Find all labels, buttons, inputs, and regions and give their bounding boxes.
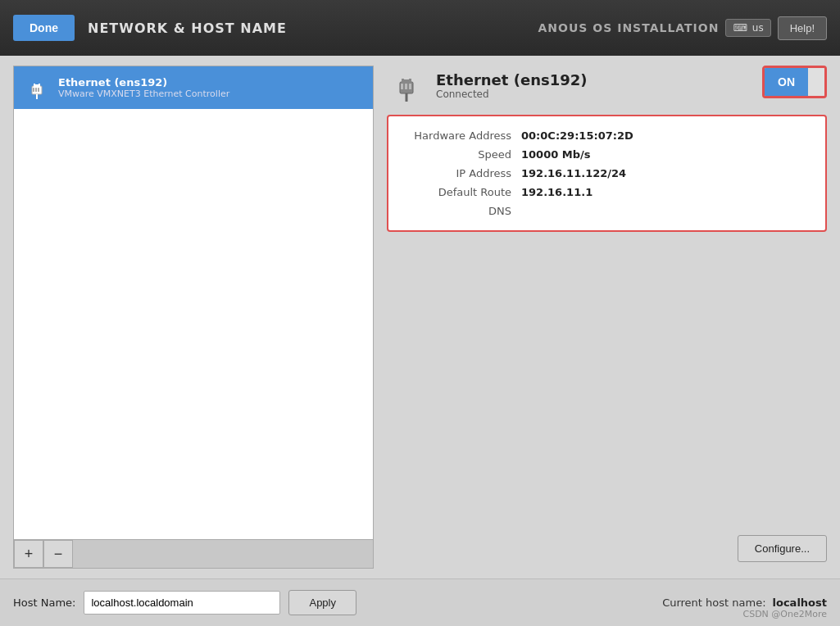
svg-rect-6	[35, 88, 37, 92]
dns-row: DNS	[405, 205, 809, 217]
adapter-name: Ethernet (ens192)	[58, 76, 229, 88]
remove-adapter-button[interactable]: −	[43, 540, 73, 568]
done-button[interactable]: Done	[13, 15, 75, 41]
svg-rect-3	[35, 84, 39, 87]
host-name-right: Current host name: localhost	[662, 597, 827, 609]
host-name-label: Host Name:	[13, 597, 75, 609]
default-route-value: 192.16.11.1	[521, 186, 593, 198]
adapter-list-panel: Ethernet (ens192) VMware VMXNET3 Etherne…	[13, 66, 374, 569]
adapter-list-controls: + −	[13, 540, 374, 569]
adapter-header-info: Ethernet (ens192) Connected	[436, 71, 587, 100]
adapter-detail-status: Connected	[436, 88, 587, 100]
page-title: NETWORK & HOST NAME	[88, 20, 287, 36]
adapter-detail-name: Ethernet (ens192)	[436, 71, 587, 88]
svg-rect-1	[34, 84, 35, 87]
hardware-address-row: Hardware Address 00:0C:29:15:07:2D	[405, 129, 809, 142]
svg-rect-5	[33, 88, 34, 92]
speed-value: 10000 Mb/s	[521, 148, 590, 161]
configure-area: Configure...	[387, 535, 827, 569]
speed-row: Speed 10000 Mb/s	[405, 148, 809, 161]
configure-button[interactable]: Configure...	[738, 535, 827, 562]
ip-address-value: 192.16.11.122/24	[521, 167, 626, 179]
keyboard-lang: us	[752, 22, 764, 34]
adapter-header: Ethernet (ens192) Connected ON	[387, 66, 827, 105]
hardware-address-value: 00:0C:29:15:07:2D	[521, 129, 633, 142]
host-name-left: Host Name: Apply	[13, 590, 356, 615]
toggle-off-button[interactable]	[808, 68, 824, 96]
help-button[interactable]: Help!	[778, 16, 827, 40]
dns-label: DNS	[405, 205, 511, 217]
host-name-input[interactable]	[84, 591, 280, 615]
adapter-item-ens192[interactable]: Ethernet (ens192) VMware VMXNET3 Etherne…	[14, 66, 373, 109]
top-bar-right: ANOUS OS INSTALLATION ⌨ us Help!	[538, 16, 827, 40]
adapter-header-icon	[387, 66, 426, 105]
svg-rect-14	[405, 84, 407, 89]
default-route-label: Default Route	[405, 186, 511, 198]
adapter-list: Ethernet (ens192) VMware VMXNET3 Etherne…	[13, 66, 374, 540]
top-bar: Done NETWORK & HOST NAME ANOUS OS INSTAL…	[0, 0, 840, 56]
adapter-desc: VMware VMXNET3 Ethernet Controller	[58, 88, 229, 99]
host-name-bar: Host Name: Apply Current host name: loca…	[0, 578, 840, 626]
main-content: Ethernet (ens192) VMware VMXNET3 Etherne…	[0, 56, 840, 626]
current-host-value: localhost	[773, 597, 827, 609]
keyboard-selector[interactable]: ⌨ us	[725, 19, 770, 37]
svg-rect-13	[401, 84, 403, 89]
adapter-header-left: Ethernet (ens192) Connected	[387, 66, 587, 105]
adapter-detail-panel: Ethernet (ens192) Connected ON Hardware …	[387, 66, 827, 569]
network-info-box: Hardware Address 00:0C:29:15:07:2D Speed…	[387, 115, 827, 232]
svg-rect-11	[403, 79, 410, 83]
toggle-on-button[interactable]: ON	[765, 68, 808, 96]
svg-rect-15	[409, 84, 411, 89]
default-route-row: Default Route 192.16.11.1	[405, 186, 809, 198]
apply-button[interactable]: Apply	[288, 590, 356, 615]
detail-spacer	[387, 242, 827, 525]
anous-title: ANOUS OS INSTALLATION	[538, 21, 720, 34]
ip-address-row: IP Address 192.16.11.122/24	[405, 167, 809, 179]
watermark: CSDN @One2More	[742, 609, 827, 619]
svg-rect-7	[38, 88, 39, 92]
top-bar-left: Done NETWORK & HOST NAME	[13, 15, 287, 41]
adapter-icon	[24, 75, 50, 101]
svg-rect-2	[39, 84, 40, 87]
on-off-toggle[interactable]: ON	[762, 66, 827, 98]
add-adapter-button[interactable]: +	[14, 540, 43, 568]
current-host-label: Current host name:	[662, 597, 765, 609]
keyboard-icon: ⌨	[733, 22, 747, 34]
adapter-info: Ethernet (ens192) VMware VMXNET3 Etherne…	[58, 76, 229, 99]
content-area: Ethernet (ens192) VMware VMXNET3 Etherne…	[0, 56, 840, 578]
speed-label: Speed	[405, 148, 511, 161]
ip-address-label: IP Address	[405, 167, 511, 179]
hardware-address-label: Hardware Address	[405, 129, 511, 142]
